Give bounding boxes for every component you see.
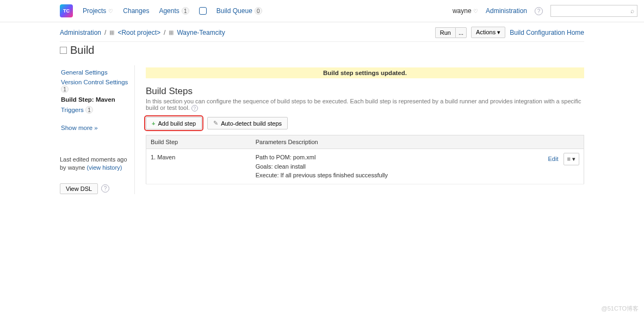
help-icon[interactable]: ? (191, 105, 198, 111)
add-label: Add build step (158, 120, 196, 127)
section-heading: Build Steps (146, 86, 584, 97)
run-options-button[interactable]: ... (455, 27, 467, 38)
search-icon[interactable]: ⌕ (630, 7, 634, 15)
nav-label: Projects (83, 7, 106, 15)
edit-step-link[interactable]: Edit (548, 156, 558, 162)
success-notice: Build step settings updated. (146, 67, 584, 78)
page-title: Build (60, 44, 584, 61)
watermark: @51CTO博客 (602, 305, 639, 313)
add-build-step-button[interactable]: +Add build step (146, 117, 202, 129)
sidebar-show-more[interactable]: Show more » (60, 123, 130, 133)
build-icon (60, 47, 67, 54)
changes-link[interactable]: Changes (123, 7, 149, 15)
last-edited-label: Last edited (60, 156, 89, 163)
project-icon: ▦ (109, 29, 114, 35)
page-title-text: Build (70, 44, 94, 56)
view-history-link[interactable]: (view history) (87, 164, 122, 171)
breadcrumb: Administration / ▦ <Root project> / ▦ Wa… (60, 29, 225, 36)
step-params: Path to POM: pom.xml Goals: clean instal… (256, 153, 548, 180)
last-edited-by: by wayne (60, 164, 87, 171)
projects-link[interactable]: Projects ♡ (83, 7, 113, 15)
col-build-step: Build Step (146, 135, 251, 149)
last-edited-when: moments ago (91, 156, 127, 163)
search-input[interactable] (550, 5, 637, 17)
sidebar-item-triggers[interactable]: Triggers 1 (60, 104, 130, 115)
config-home-link[interactable]: Build Configuration Home (510, 29, 584, 36)
build-steps-table: Build Step Parameters Description 1. Mav… (146, 135, 584, 184)
agents-link[interactable]: Agents 1 (159, 7, 189, 15)
nav-label: Agents (159, 7, 179, 15)
sidebar-item-label: Triggers (61, 107, 84, 113)
run-button[interactable]: Run (435, 27, 455, 38)
agents-count: 1 (182, 7, 189, 15)
project-icon: ▦ (169, 29, 174, 35)
triggers-count: 1 (85, 106, 93, 114)
nav-label: Build Queue (216, 7, 252, 15)
actions-button[interactable]: Actions ▾ (471, 27, 505, 38)
view-dsl-button[interactable]: View DSL (60, 183, 98, 194)
box-icon[interactable] (199, 7, 207, 15)
user-menu[interactable]: wayne ♡ (453, 7, 478, 15)
wand-icon: ✎ (213, 120, 218, 127)
help-icon[interactable]: ? (535, 7, 543, 15)
reorder-button[interactable]: ≡ ▾ (564, 153, 579, 165)
sidebar-item-vcs[interactable]: Version Control Settings 1 (60, 77, 130, 95)
plus-icon: + (152, 120, 155, 127)
help-icon[interactable]: ? (101, 184, 109, 193)
queue-count: 0 (255, 7, 262, 15)
sidebar-item-build-step[interactable]: Build Step: Maven (60, 95, 130, 104)
auto-label: Auto-detect build steps (221, 120, 282, 127)
breadcrumb-sep: / (164, 29, 165, 36)
breadcrumb-root[interactable]: <Root project> (117, 29, 160, 36)
breadcrumb-admin[interactable]: Administration (60, 29, 101, 36)
administration-link[interactable]: Administration (486, 7, 527, 15)
col-params: Parameters Description (251, 135, 584, 149)
user-name: wayne (453, 7, 472, 15)
breadcrumb-sep: / (104, 29, 106, 36)
auto-detect-button[interactable]: ✎Auto-detect build steps (207, 117, 288, 129)
breadcrumb-project[interactable]: Wayne-Teamcity (177, 29, 225, 36)
dropdown-icon: ♡ (473, 8, 478, 14)
sidebar-item-label: Version Control Settings (61, 79, 128, 85)
sidebar-item-general[interactable]: General Settings (60, 67, 130, 77)
vcs-count: 1 (61, 85, 69, 93)
build-queue-link[interactable]: Build Queue 0 (216, 7, 262, 15)
step-name: 1. Maven (146, 149, 251, 184)
section-desc: In this section you can configure the se… (146, 98, 581, 111)
teamcity-logo[interactable]: TC (60, 4, 73, 17)
favorite-icon: ♡ (108, 8, 113, 14)
table-row: 1. Maven Path to POM: pom.xml Goals: cle… (146, 149, 584, 184)
